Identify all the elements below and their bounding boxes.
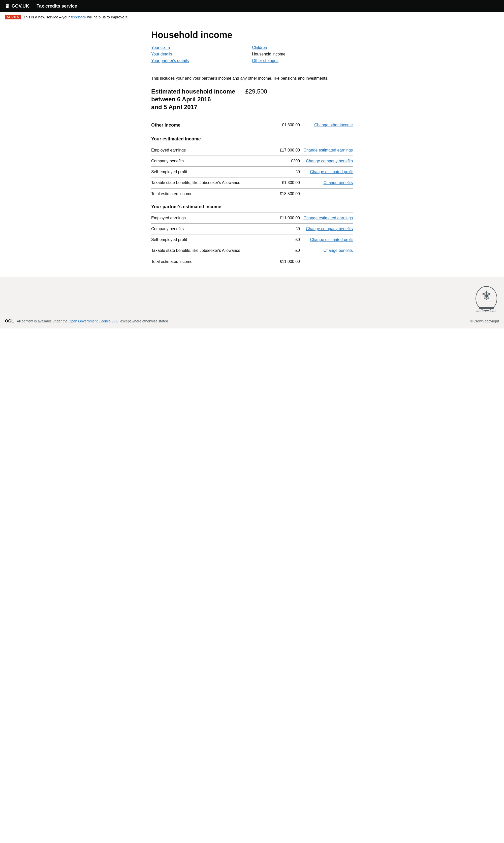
income-value: £0 xyxy=(270,237,300,242)
site-footer: ⚜ DIEU ET MON DROIT OGL All content is a… xyxy=(0,277,504,328)
change-company-benefits-link[interactable]: Change company benefits xyxy=(306,159,353,163)
income-action: Change benefits xyxy=(302,248,353,253)
svg-rect-2 xyxy=(479,307,494,309)
income-value: £0 xyxy=(270,248,300,253)
service-name: Tax credits service xyxy=(37,3,77,9)
footer-bottom: OGL All content is available under the O… xyxy=(5,315,499,323)
estimated-value: £29,500 xyxy=(245,88,267,95)
nav-col-2: Children Household income Other changes xyxy=(252,46,353,65)
alpha-tag: ALPHA xyxy=(5,15,21,19)
estimated-heading-text: Estimated household income between 6 Apr… xyxy=(151,88,235,111)
income-label: Company benefits xyxy=(151,159,267,163)
total-label: Total estimated income xyxy=(151,192,267,196)
svg-text:⚜: ⚜ xyxy=(481,288,492,303)
income-label: Employed earnings xyxy=(151,148,267,153)
table-row: Self-employed profit £0 Change estimated… xyxy=(151,234,353,245)
crown-copyright-logo: ⚜ DIEU ET MON DROIT xyxy=(5,285,499,312)
income-value: £0 xyxy=(270,170,300,174)
total-value: £18,500.00 xyxy=(270,192,300,196)
income-label: Self-employed profit xyxy=(151,170,267,174)
your-estimated-rows: Employed earnings £17,000.00 Change esti… xyxy=(151,145,353,188)
alpha-banner: ALPHA This is a new service – your feedb… xyxy=(0,12,504,22)
estimated-heading-block: Estimated household income between 6 Apr… xyxy=(151,88,353,111)
table-row: Employed earnings £17,000.00 Change esti… xyxy=(151,145,353,156)
total-label: Total estimated income xyxy=(151,259,267,264)
footer-licence-text: All content is available under the Open … xyxy=(17,319,168,323)
table-row: Employed earnings £11,000.00 Change esti… xyxy=(151,213,353,223)
income-value: £0 xyxy=(270,227,300,231)
licence-link[interactable]: Open Government Licence v3.0 xyxy=(69,319,119,323)
partner-estimated-total-row: Total estimated income £11,000.00 xyxy=(151,256,353,267)
income-action: Change estimated earnings xyxy=(302,148,353,153)
partner-change-benefits-link[interactable]: Change benefits xyxy=(323,248,353,253)
income-action: Change company benefits xyxy=(302,227,353,231)
crown-icon: ♛ xyxy=(5,3,10,9)
nav-your-details[interactable]: Your details xyxy=(151,52,252,56)
income-value: £200 xyxy=(270,159,300,163)
income-value: £1,300.00 xyxy=(270,180,300,185)
your-estimated-heading: Your estimated income xyxy=(151,137,353,142)
other-income-action: Change other income xyxy=(302,123,353,127)
partner-estimated-heading: Your partner's estimated income xyxy=(151,204,353,210)
svg-text:DIEU ET MON DROIT: DIEU ET MON DROIT xyxy=(476,310,497,312)
ogl-logo: OGL xyxy=(5,319,14,323)
income-action: Change company benefits xyxy=(302,159,353,163)
partner-change-company-benefits-link[interactable]: Change company benefits xyxy=(306,227,353,231)
site-header: ♛ GOV.UK Tax credits service xyxy=(0,0,504,12)
nav-other-changes[interactable]: Other changes xyxy=(252,58,353,63)
nav-area: Your claim Your details Your partner's d… xyxy=(151,46,353,70)
income-value: £11,000.00 xyxy=(270,216,300,220)
footer-left: OGL All content is available under the O… xyxy=(5,319,168,323)
feedback-link[interactable]: feedback xyxy=(71,15,86,19)
income-action: Change benefits xyxy=(302,180,353,185)
table-row: Taxable state benefits, like Jobseeker's… xyxy=(151,177,353,188)
income-action: Change estimated profit xyxy=(302,237,353,242)
other-income-label: Other income xyxy=(151,123,267,128)
table-row: Taxable state benefits, like Jobseeker's… xyxy=(151,245,353,256)
nav-children[interactable]: Children xyxy=(252,46,353,50)
income-label: Employed earnings xyxy=(151,216,267,220)
nav-your-claim[interactable]: Your claim xyxy=(151,46,252,50)
change-estimated-earnings-link[interactable]: Change estimated earnings xyxy=(303,148,353,152)
table-row: Company benefits £0 Change company benef… xyxy=(151,223,353,234)
royal-arms-icon: ⚜ DIEU ET MON DROIT xyxy=(474,285,499,312)
total-value: £11,000.00 xyxy=(270,259,300,264)
change-benefits-link[interactable]: Change benefits xyxy=(323,180,353,185)
other-income-row: Other income £1,300.00 Change other inco… xyxy=(151,119,353,131)
page-title: Household income xyxy=(151,30,353,40)
income-label: Taxable state benefits, like Jobseeker's… xyxy=(151,248,267,253)
change-other-income-link[interactable]: Change other income xyxy=(314,123,353,127)
nav-col-1: Your claim Your details Your partner's d… xyxy=(151,46,252,65)
alpha-banner-text: This is a new service – your feedback wi… xyxy=(23,15,128,19)
intro-text: This includes your and your partner's in… xyxy=(151,75,353,82)
income-value: £17,000.00 xyxy=(270,148,300,153)
gov-logo[interactable]: ♛ GOV.UK xyxy=(5,3,29,9)
income-action: Change estimated earnings xyxy=(302,216,353,220)
table-row: Self-employed profit £0 Change estimated… xyxy=(151,166,353,177)
gov-logo-text: GOV.UK xyxy=(12,3,29,9)
nav-partner-details[interactable]: Your partner's details xyxy=(151,58,252,63)
partner-change-estimated-profit-link[interactable]: Change estimated profit xyxy=(310,237,353,242)
change-estimated-profit-link[interactable]: Change estimated profit xyxy=(310,170,353,174)
nav-household-income-current: Household income xyxy=(252,52,353,56)
partner-estimated-rows: Employed earnings £11,000.00 Change esti… xyxy=(151,213,353,256)
table-row: Company benefits £200 Change company ben… xyxy=(151,156,353,166)
income-action: Change estimated profit xyxy=(302,170,353,174)
income-label: Company benefits xyxy=(151,227,267,231)
footer-copyright: © Crown copyright xyxy=(470,319,499,323)
other-income-value: £1,300.00 xyxy=(270,123,300,127)
your-estimated-total-row: Total estimated income £18,500.00 xyxy=(151,188,353,199)
income-label: Taxable state benefits, like Jobseeker's… xyxy=(151,180,267,185)
main-content: Household income Your claim Your details… xyxy=(146,22,358,277)
partner-change-estimated-earnings-link[interactable]: Change estimated earnings xyxy=(303,216,353,220)
income-label: Self-employed profit xyxy=(151,237,267,242)
